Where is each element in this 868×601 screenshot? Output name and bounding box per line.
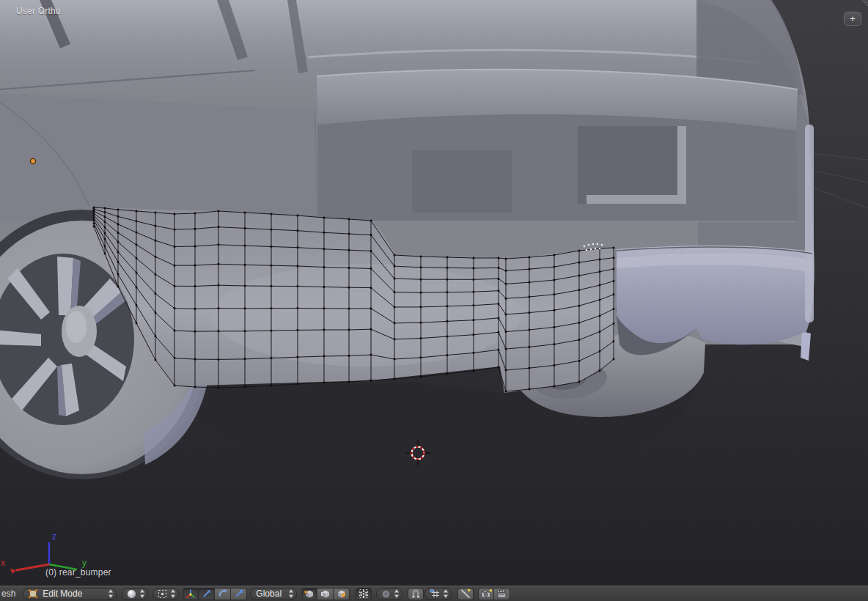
proportional-edit-selector[interactable] (376, 588, 402, 600)
face-select-button[interactable] (334, 588, 350, 600)
opengl-render-anim-button[interactable] (494, 588, 510, 600)
edit-mode-icon (27, 588, 39, 600)
automerge-icon (460, 588, 471, 600)
viewport-header: esh Edit Mode (0, 586, 868, 601)
limit-selection-visible-button[interactable] (356, 588, 372, 600)
manipulator-rotate-button[interactable] (215, 588, 231, 600)
chevron-up-down-icon (288, 589, 294, 599)
manipulator-translate-button[interactable] (199, 588, 215, 600)
mode-selector[interactable]: Edit Mode (23, 588, 117, 600)
manipulator-toggle-button[interactable] (183, 588, 199, 600)
transform-orientation-selector[interactable]: Global (250, 588, 297, 600)
translate-icon (201, 588, 213, 600)
blender-window: { "viewport": { "view_label": "User Orth… (0, 0, 868, 601)
snap-magnet-icon (410, 588, 422, 600)
chevron-up-down-icon (139, 589, 145, 599)
opengl-render-still-icon (480, 588, 493, 600)
opengl-render-group (478, 588, 510, 600)
car-model-render (0, 0, 868, 586)
proportional-edit-off-icon (380, 589, 391, 600)
vertex-select-button[interactable] (301, 588, 317, 600)
mini-axis-gizmo: z y x (0, 529, 99, 580)
chevron-up-down-icon (443, 589, 449, 599)
select-mode-group (301, 588, 350, 600)
edge-select-icon (320, 588, 331, 600)
mode-selector-label: Edit Mode (41, 589, 106, 599)
expand-region-button[interactable]: + (844, 12, 861, 26)
axis-z-label: z (52, 531, 56, 542)
view-mode-label: User Ortho (16, 6, 61, 16)
3d-cursor (405, 440, 431, 466)
manipulator-scale-button[interactable] (231, 588, 247, 600)
axis-x-label: x (1, 558, 5, 568)
rotate-icon (217, 588, 229, 600)
chevron-up-down-icon (170, 589, 176, 599)
snap-increment-icon (429, 588, 441, 600)
scale-icon (233, 588, 245, 600)
area-corner-grip[interactable] (858, 0, 868, 10)
viewport-shading-solid-icon (126, 589, 137, 600)
limit-selection-visible-icon (358, 588, 369, 600)
chevron-up-down-icon (394, 589, 400, 599)
edge-select-button[interactable] (317, 588, 334, 600)
pivot-point-selector[interactable] (152, 588, 179, 600)
mesh-menu-partial[interactable]: esh (1, 589, 15, 599)
snap-toggle-button[interactable] (408, 588, 424, 600)
snap-element-selector[interactable] (424, 588, 452, 600)
manipulator-group (183, 588, 247, 600)
3d-viewport[interactable]: User Ortho (0) rear_bumper z y x + (0, 0, 868, 586)
viewport-shading-selector[interactable] (122, 588, 148, 600)
vertex-select-icon (304, 588, 315, 600)
object-origin-marker (28, 156, 38, 166)
manipulator-axes-icon (185, 588, 196, 600)
chevron-up-down-icon (108, 589, 114, 599)
transform-orientation-label: Global (254, 589, 286, 599)
opengl-render-button[interactable] (478, 588, 494, 600)
pivot-point-icon (157, 589, 168, 600)
opengl-render-anim-icon (496, 588, 508, 600)
automerge-toggle-button[interactable] (457, 588, 474, 600)
axis-y-label: y (82, 558, 87, 568)
face-select-icon (336, 588, 347, 600)
